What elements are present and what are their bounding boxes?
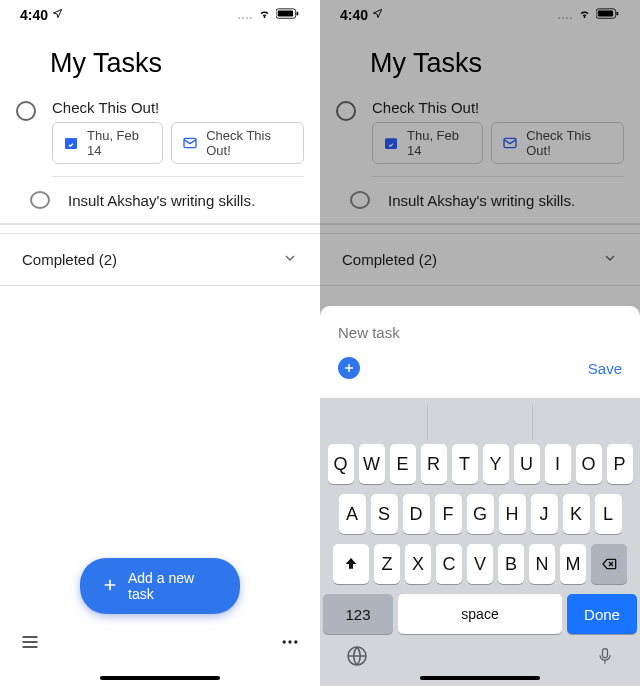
new-task-input[interactable] [338, 318, 622, 357]
shift-key[interactable] [333, 544, 369, 584]
calendar-icon [63, 135, 79, 151]
key-y[interactable]: Y [483, 444, 509, 484]
keyboard-row-3: ZXCVBNM [323, 544, 637, 584]
key-q[interactable]: Q [328, 444, 354, 484]
wifi-icon [257, 7, 272, 23]
key-c[interactable]: C [436, 544, 462, 584]
more-icon[interactable] [280, 632, 300, 656]
status-bar: 4:40 .... [0, 0, 320, 30]
date-chip[interactable]: Thu, Feb 14 [52, 122, 163, 164]
svg-rect-4 [65, 138, 77, 141]
key-s[interactable]: S [371, 494, 398, 534]
cellular-icon: .... [238, 10, 253, 21]
new-task-sheet: Save [320, 306, 640, 398]
svg-rect-15 [603, 649, 608, 658]
key-d[interactable]: D [403, 494, 430, 534]
device-right: 4:40 .... My Tasks Check This Out! [320, 0, 640, 686]
suggestion-slot[interactable] [323, 406, 428, 440]
key-b[interactable]: B [498, 544, 524, 584]
key-l[interactable]: L [595, 494, 622, 534]
chevron-down-icon [282, 250, 298, 269]
key-t[interactable]: T [452, 444, 478, 484]
subtask-complete-radio[interactable] [30, 191, 50, 209]
suggestion-slot[interactable] [533, 406, 637, 440]
plus-icon [102, 577, 118, 596]
link-chip-label: Check This Out! [206, 128, 293, 158]
keyboard-row-bottom: 123 space Done [323, 594, 637, 634]
numbers-key[interactable]: 123 [323, 594, 393, 634]
task-complete-radio[interactable] [16, 101, 36, 121]
key-v[interactable]: V [467, 544, 493, 584]
battery-icon [276, 7, 300, 23]
task-item[interactable]: Check This Out! Thu, Feb 14 Check This O… [0, 97, 320, 177]
mail-icon [182, 135, 198, 151]
add-details-button[interactable] [338, 357, 360, 379]
save-button[interactable]: Save [588, 360, 622, 377]
completed-section[interactable]: Completed (2) [0, 234, 320, 286]
key-h[interactable]: H [499, 494, 526, 534]
key-a[interactable]: A [339, 494, 366, 534]
backspace-key[interactable] [591, 544, 627, 584]
task-title: Check This Out! [52, 97, 304, 122]
space-key[interactable]: space [398, 594, 562, 634]
done-key[interactable]: Done [567, 594, 637, 634]
svg-rect-2 [297, 12, 299, 15]
key-n[interactable]: N [529, 544, 555, 584]
section-divider [0, 224, 320, 234]
svg-point-6 [283, 640, 286, 643]
keyboard-row-2: ASDFGHJKL [323, 494, 637, 534]
device-left: 4:40 .... My Tasks Check This Out! [0, 0, 320, 686]
fab-label: Add a new task [128, 570, 218, 602]
svg-rect-1 [278, 11, 293, 17]
key-g[interactable]: G [467, 494, 494, 534]
clock-time: 4:40 [20, 7, 48, 23]
globe-icon[interactable] [345, 644, 369, 672]
home-indicator [100, 676, 220, 680]
bottom-toolbar [0, 624, 320, 664]
completed-label: Completed (2) [22, 251, 117, 268]
home-indicator [420, 676, 540, 680]
keyboard: QWERTYUIOP ASDFGHJKL ZXCVBNM 123 space D… [320, 398, 640, 686]
key-f[interactable]: F [435, 494, 462, 534]
key-m[interactable]: M [560, 544, 586, 584]
subtask-label: Insult Akshay's writing skills. [68, 192, 255, 209]
link-chip[interactable]: Check This Out! [171, 122, 304, 164]
svg-point-8 [294, 640, 297, 643]
page-header: My Tasks [0, 30, 320, 79]
key-r[interactable]: R [421, 444, 447, 484]
key-z[interactable]: Z [374, 544, 400, 584]
key-j[interactable]: J [531, 494, 558, 534]
key-p[interactable]: P [607, 444, 633, 484]
suggestion-slot[interactable] [428, 406, 533, 440]
add-task-fab[interactable]: Add a new task [80, 558, 240, 614]
svg-point-7 [288, 640, 291, 643]
key-k[interactable]: K [563, 494, 590, 534]
key-e[interactable]: E [390, 444, 416, 484]
menu-icon[interactable] [20, 632, 40, 656]
mic-icon[interactable] [595, 644, 615, 672]
keyboard-suggestions [323, 406, 637, 440]
subtask-item[interactable]: Insult Akshay's writing skills. [0, 187, 320, 224]
task-list: Check This Out! Thu, Feb 14 Check This O… [0, 79, 320, 224]
key-w[interactable]: W [359, 444, 385, 484]
keyboard-row-1: QWERTYUIOP [323, 444, 637, 484]
key-x[interactable]: X [405, 544, 431, 584]
key-i[interactable]: I [545, 444, 571, 484]
location-icon [52, 8, 63, 22]
key-u[interactable]: U [514, 444, 540, 484]
key-o[interactable]: O [576, 444, 602, 484]
date-chip-label: Thu, Feb 14 [87, 128, 152, 158]
page-title: My Tasks [50, 48, 296, 79]
